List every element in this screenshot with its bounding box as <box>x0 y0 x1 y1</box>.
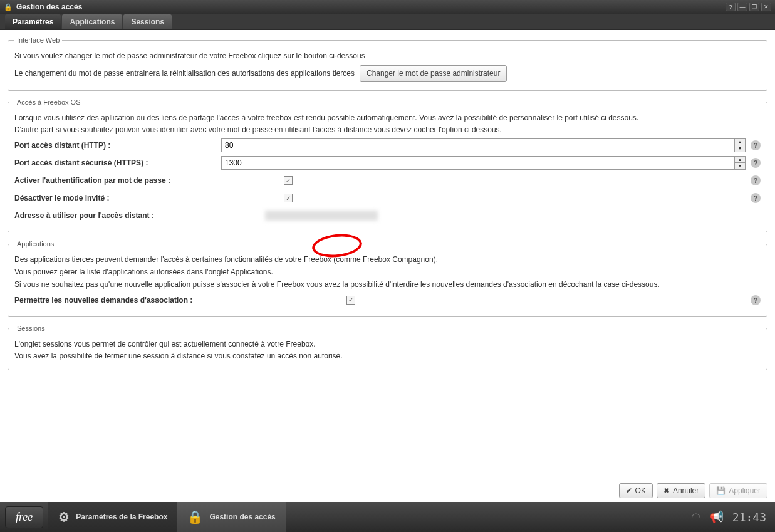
sessions-line2: Vous avez la possibilité de fermer une s… <box>14 351 761 362</box>
interface-web-line2-row: Le changement du mot de passe entrainera… <box>14 65 761 82</box>
https-spin-down[interactable]: ▼ <box>735 163 745 169</box>
guest-checkbox[interactable]: ✓ <box>284 194 293 202</box>
sound-icon[interactable]: 📢 <box>710 510 724 524</box>
https-label: Port accès distant sécurisé (HTTPS) : <box>14 159 221 167</box>
row-https: Port accès distant sécurisé (HTTPS) : ▲▼… <box>14 155 761 170</box>
http-spin-down[interactable]: ▼ <box>735 145 745 152</box>
legend-applications: Applications <box>14 240 56 248</box>
guest-label: Désactiver le mode invité : <box>14 194 265 202</box>
allow-checkbox[interactable]: ✓ <box>346 296 355 305</box>
tray: ◠ 📢 21:43 <box>691 510 770 524</box>
save-icon: 💾 <box>716 486 726 495</box>
content: Interface Web Si vous voulez changer le … <box>0 30 775 479</box>
apps-line3: Si vous ne souhaitez pas qu'une nouvelle… <box>14 279 761 290</box>
apply-button[interactable]: 💾Appliquer <box>709 483 767 498</box>
maximize-button[interactable]: ❐ <box>749 3 759 11</box>
address-label: Adresse à utiliser pour l'accès distant … <box>14 211 265 220</box>
fieldset-sessions: Sessions L'onglet sessions vous permet d… <box>8 325 767 371</box>
clock: 21:43 <box>732 511 766 524</box>
help-icon[interactable]: ? <box>751 158 761 168</box>
tab-sessions[interactable]: Sessions <box>123 14 172 29</box>
fieldset-applications: Applications Des applications tierces pe… <box>8 240 767 316</box>
access-line1: Lorsque vous utilisez des apllication ou… <box>14 113 761 123</box>
row-auth: Activer l'authentification par mot de pa… <box>14 173 761 188</box>
auth-label: Activer l'authentification par mot de pa… <box>14 176 265 185</box>
fieldset-interface-web: Interface Web Si vous voulez changer le … <box>8 36 767 91</box>
apps-line2: Vous pouvez gérer la liste d'application… <box>14 267 761 278</box>
https-input[interactable] <box>221 156 734 170</box>
sessions-line1: L'onglet sessions vous permet de contrôl… <box>14 339 761 350</box>
window: 🔒 Gestion des accès ? — ❐ ✕ Paramètres A… <box>0 0 775 532</box>
legend-sessions: Sessions <box>14 325 48 332</box>
row-guest: Désactiver le mode invité : ✓ ? <box>14 190 761 206</box>
lock-icon: 🔒 <box>187 509 203 524</box>
minimize-button[interactable]: — <box>737 3 747 11</box>
change-password-button[interactable]: Changer le mot de passe administrateur <box>360 65 507 82</box>
check-icon: ✔ <box>626 486 632 495</box>
titlebar: 🔒 Gestion des accès ? — ❐ ✕ <box>0 0 775 14</box>
ok-button[interactable]: ✔OK <box>619 483 653 498</box>
help-button[interactable]: ? <box>726 3 736 11</box>
gear-icon: ⚙ <box>58 509 70 524</box>
cancel-icon: ✖ <box>663 486 670 495</box>
tab-strip: Paramètres Applications Sessions <box>0 14 775 30</box>
row-address: Adresse à utiliser pour l'accès distant … <box>14 208 761 223</box>
wifi-icon[interactable]: ◠ <box>691 510 701 524</box>
http-spinner: ▲▼ <box>221 138 746 152</box>
http-input[interactable] <box>221 138 734 152</box>
interface-web-line2: Le changement du mot de passe entrainera… <box>14 68 355 79</box>
legend-access: Accès à Freebox OS <box>14 98 83 106</box>
https-spin-up[interactable]: ▲ <box>735 157 745 163</box>
http-spin-up[interactable]: ▲ <box>735 139 745 145</box>
taskbar-access[interactable]: 🔒 Gestion des accès <box>177 502 285 532</box>
help-icon[interactable]: ? <box>751 295 761 305</box>
help-icon[interactable]: ? <box>751 140 761 150</box>
help-icon[interactable]: ? <box>751 193 761 203</box>
tab-applications[interactable]: Applications <box>62 14 122 29</box>
footer: ✔OK ✖Annuler 💾Appliquer <box>0 479 775 502</box>
legend-interface-web: Interface Web <box>14 36 62 44</box>
row-http: Port accès distant (HTTP) : ▲▼ ? <box>14 138 761 153</box>
window-title: Gestion des accès <box>16 3 724 11</box>
interface-web-line1: Si vous voulez changer le mot de passe a… <box>14 51 761 61</box>
row-allow: Permettre les nouvelles demandes d'assoc… <box>14 293 761 308</box>
auth-checkbox[interactable]: ✓ <box>284 176 293 185</box>
access-line2: D'autre part si vous souhaitez pouvoir v… <box>14 125 761 135</box>
taskbar-settings[interactable]: ⚙ Paramètres de la Freebox <box>48 502 177 532</box>
tab-parametres[interactable]: Paramètres <box>5 14 61 29</box>
allow-label: Permettre les nouvelles demandes d'assoc… <box>14 296 328 305</box>
fieldset-access: Accès à Freebox OS Lorsque vous utilisez… <box>8 98 767 233</box>
free-logo-button[interactable]: free <box>5 506 43 528</box>
taskbar: free ⚙ Paramètres de la Freebox 🔒 Gestio… <box>0 502 775 532</box>
lock-icon: 🔒 <box>4 3 13 11</box>
apps-line1: Des applications tierces peuvent demande… <box>14 254 761 265</box>
help-icon[interactable]: ? <box>751 175 761 185</box>
http-label: Port accès distant (HTTP) : <box>14 141 221 150</box>
cancel-button[interactable]: ✖Annuler <box>657 483 705 498</box>
https-spinner: ▲▼ <box>221 156 746 170</box>
address-value <box>265 211 378 221</box>
close-button[interactable]: ✕ <box>761 3 771 11</box>
